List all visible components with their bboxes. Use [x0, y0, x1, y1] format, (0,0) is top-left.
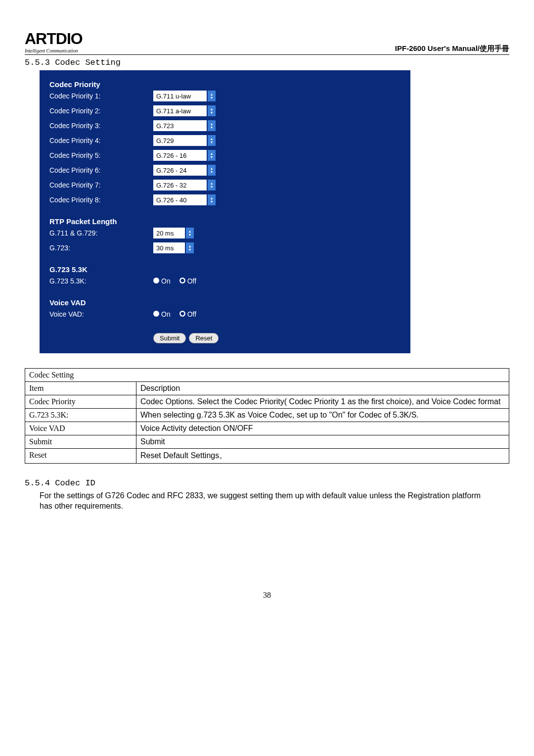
codec-priority-2-label: Codec Priority 2: — [49, 107, 153, 115]
codec-priority-4-label: Codec Priority 4: — [49, 137, 153, 144]
codec-priority-1-label: Codec Priority 1: — [49, 92, 153, 100]
rtp-g711-g729-select[interactable]: 20 ms — [153, 228, 185, 238]
codec-priority-5-label: Codec Priority 5: — [49, 151, 153, 159]
codec-priority-7-select[interactable]: G.726 - 32 — [153, 180, 207, 190]
codec-id-paragraph: For the settings of G726 Codec and RFC 2… — [40, 491, 494, 512]
stepper-arrows-icon[interactable]: ▲▼ — [208, 180, 216, 190]
rtp-g711-g729-label: G.711 & G.729: — [49, 229, 153, 237]
codec-priority-2-select[interactable]: G.711 a-law — [153, 105, 207, 116]
manual-title: IPF-2600 User's Manual/使用手冊 — [395, 44, 509, 53]
table-cell: When selecting g.723 5.3K as Voice Codec… — [136, 409, 509, 422]
table-cell: Voice Activity detection ON/OFF — [136, 422, 509, 435]
stepper-arrows-icon[interactable]: ▲▼ — [208, 105, 216, 116]
section-codec-setting: 5.5.3 Codec Setting — [25, 58, 509, 67]
codec-priority-3-label: Codec Priority 3: — [49, 122, 153, 130]
table-header: Codec Setting — [25, 369, 509, 382]
stepper-arrows-icon[interactable]: ▲▼ — [208, 135, 216, 146]
rtp-packet-length-heading: RTP Packet Length — [49, 217, 400, 226]
vad-on-radio[interactable]: On — [153, 310, 171, 318]
codec-priority-3-select[interactable]: G.723 — [153, 120, 207, 131]
table-cell: Codec Options. Select the Codec Priority… — [136, 395, 509, 409]
table-cell: Reset Default Settings。 — [136, 449, 509, 464]
radio-icon — [153, 311, 159, 317]
radio-icon — [153, 278, 159, 284]
logo-text: ARTDIO — [25, 30, 83, 48]
reset-button[interactable]: Reset — [189, 333, 219, 343]
submit-button[interactable]: Submit — [153, 333, 186, 343]
codec-priority-heading: Codec Priority — [49, 80, 400, 89]
header-rule — [25, 54, 509, 55]
page-number: 38 — [25, 591, 509, 600]
voice-vad-label: Voice VAD: — [49, 310, 153, 318]
radio-selected-icon — [179, 278, 185, 284]
codec-priority-6-select[interactable]: G.726 - 24 — [153, 165, 207, 176]
table-cell: Submit — [25, 435, 136, 449]
codec-setting-table: Codec Setting ItemDescription Codec Prio… — [25, 368, 509, 464]
codec-settings-panel: Codec Priority Codec Priority 1:G.711 u-… — [40, 70, 410, 353]
table-cell: Item — [25, 382, 136, 395]
logo-block: ARTDIO Intelligent Communication — [25, 30, 83, 53]
section-codec-id: 5.5.4 Codec ID — [25, 478, 509, 488]
g723-off-radio[interactable]: Off — [179, 277, 196, 285]
stepper-arrows-icon[interactable]: ▲▼ — [208, 194, 216, 205]
g723-on-radio[interactable]: On — [153, 277, 171, 285]
g723-53k-heading: G.723 5.3K — [49, 265, 400, 274]
table-cell: Reset — [25, 449, 136, 464]
table-cell: Submit — [136, 435, 509, 449]
stepper-arrows-icon[interactable]: ▲▼ — [186, 228, 194, 238]
stepper-arrows-icon[interactable]: ▲▼ — [208, 120, 216, 131]
table-cell: Codec Priority — [25, 395, 136, 409]
rtp-g723-select[interactable]: 30 ms — [153, 242, 185, 253]
codec-priority-5-select[interactable]: G.726 - 16 — [153, 150, 207, 161]
codec-priority-8-label: Codec Priority 8: — [49, 196, 153, 204]
stepper-arrows-icon[interactable]: ▲▼ — [186, 242, 194, 253]
stepper-arrows-icon[interactable]: ▲▼ — [208, 165, 216, 176]
stepper-arrows-icon[interactable]: ▲▼ — [208, 91, 216, 101]
table-cell: Voice VAD — [25, 422, 136, 435]
table-cell: Description — [136, 382, 509, 395]
logo-subtitle: Intelligent Communication — [25, 48, 83, 53]
g723-53k-label: G.723 5.3K: — [49, 277, 153, 285]
codec-priority-6-label: Codec Priority 6: — [49, 166, 153, 174]
codec-priority-7-label: Codec Priority 7: — [49, 181, 153, 189]
voice-vad-heading: Voice VAD — [49, 298, 400, 307]
codec-priority-1-select[interactable]: G.711 u-law — [153, 91, 207, 101]
table-cell: G.723 5.3K: — [25, 409, 136, 422]
stepper-arrows-icon[interactable]: ▲▼ — [208, 150, 216, 161]
codec-priority-4-select[interactable]: G.729 — [153, 135, 207, 146]
vad-off-radio[interactable]: Off — [179, 310, 196, 318]
codec-priority-8-select[interactable]: G.726 - 40 — [153, 194, 207, 205]
radio-selected-icon — [179, 311, 185, 317]
rtp-g723-label: G.723: — [49, 244, 153, 252]
